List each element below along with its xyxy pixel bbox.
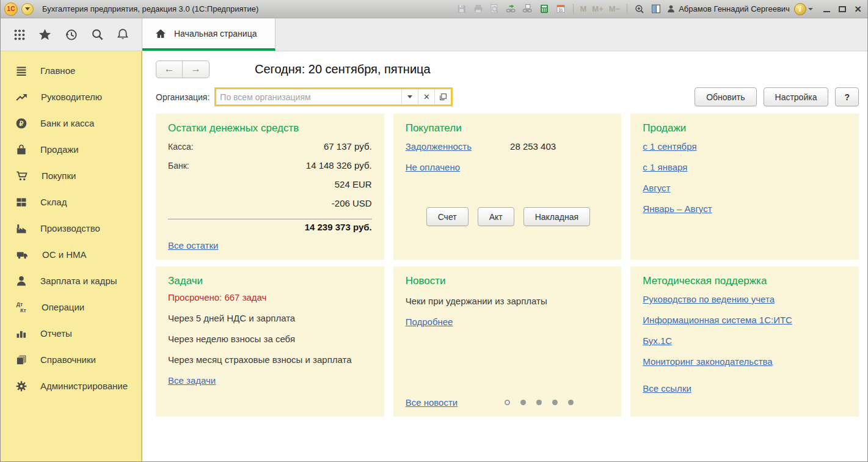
memory-m-minus-button[interactable]: M− <box>608 4 621 13</box>
nav-back-button[interactable]: ← <box>156 61 183 78</box>
print-preview-icon[interactable] <box>489 3 501 15</box>
split-view-icon[interactable] <box>650 3 662 15</box>
all-tasks-link[interactable]: Все задачи <box>168 375 216 386</box>
unpaid-link[interactable]: Не оплачено <box>406 162 460 172</box>
calendar-icon[interactable]: 31 <box>555 3 567 15</box>
panel-news: Новости Чеки при удержании из зарплаты П… <box>393 266 622 417</box>
pager-dot[interactable] <box>520 400 526 405</box>
sales-since-sep1-link[interactable]: с 1 сентября <box>643 141 847 152</box>
news-more-link[interactable]: Подробнее <box>406 317 610 327</box>
task-item: Через месяц страховые взносы и зарплата <box>168 354 372 365</box>
zoom-icon[interactable] <box>633 3 646 15</box>
home-page: ← → Сегодня: 20 сентября, пятница Органи… <box>142 51 867 461</box>
sidebar-item-manager[interactable]: Руководителю <box>1 84 141 110</box>
tab-label: Начальная страница <box>174 29 257 38</box>
tasks-overdue: Просрочено: 667 задач <box>168 292 372 302</box>
sidebar-item-reports[interactable]: Отчеты <box>1 320 141 346</box>
cash-total: 14 239 373 руб. <box>168 222 372 240</box>
pager-dot[interactable] <box>568 400 574 405</box>
factory-icon <box>15 222 27 235</box>
sales-jan-aug-link[interactable]: Январь – Август <box>643 204 847 214</box>
all-balances-link[interactable]: Все остатки <box>168 240 218 251</box>
panel-sales: Продажи с 1 сентября с 1 января Август Я… <box>630 114 859 260</box>
close-button[interactable]: × <box>855 5 861 13</box>
trend-icon <box>15 91 28 103</box>
books-icon <box>15 354 27 366</box>
window-title: Бухгалтерия предприятия, редакция 3.0 (1… <box>42 4 258 13</box>
pager-dot[interactable] <box>552 400 558 405</box>
svg-text:₽: ₽ <box>20 119 24 127</box>
print-icon[interactable] <box>472 3 484 15</box>
memory-m-plus-button[interactable]: M+ <box>591 4 604 13</box>
sidebar-item-sales[interactable]: Продажи <box>1 136 141 163</box>
tab-home-page[interactable]: Начальная страница <box>142 18 275 51</box>
info-button[interactable]: i <box>794 3 813 15</box>
sidebar-item-production[interactable]: Производство <box>1 215 141 241</box>
organization-input[interactable] <box>216 89 401 105</box>
law-monitoring-link[interactable]: Мониторинг законодательства <box>643 356 847 367</box>
organization-open-button[interactable] <box>434 89 451 105</box>
sales-august-link[interactable]: Август <box>643 183 847 193</box>
sidebar-item-warehouse[interactable]: Склад <box>1 189 141 215</box>
waybill-button[interactable]: Накладная <box>523 207 590 226</box>
go-to-link-icon[interactable] <box>505 3 517 15</box>
organization-clear-button[interactable]: ✕ <box>418 89 434 105</box>
app-window: 1С Бухгалтерия предприятия, редакция 3.0… <box>0 0 868 462</box>
search-icon[interactable] <box>90 28 104 42</box>
svg-text:Кт: Кт <box>20 307 26 314</box>
its-system-link[interactable]: Информационная система 1С:ИТС <box>643 315 847 325</box>
tab-bar: Начальная страница <box>1 18 867 51</box>
accounting-guide-link[interactable]: Руководство по ведению учета <box>643 294 847 304</box>
all-news-link[interactable]: Все новости <box>406 397 458 408</box>
bar-chart-icon <box>15 328 27 340</box>
save-icon[interactable] <box>456 3 468 15</box>
apps-grid-icon[interactable] <box>13 28 26 42</box>
sidebar-item-bank-cash[interactable]: ₽ Банк и касса <box>1 110 141 136</box>
invoice-button[interactable]: Счет <box>426 207 469 226</box>
cash-row-label: Касса: <box>168 142 194 152</box>
notifications-bell-icon[interactable] <box>116 28 129 42</box>
calculator-icon[interactable] <box>538 3 550 15</box>
history-icon[interactable] <box>64 28 78 42</box>
panel-title: Задачи <box>168 275 372 287</box>
copy-link-icon[interactable] <box>522 3 534 15</box>
refresh-button[interactable]: Обновить <box>695 87 756 106</box>
panel-tasks: Задачи Просрочено: 667 задач Через 5 дне… <box>156 266 384 417</box>
main-menu-dropdown-button[interactable] <box>21 3 34 15</box>
sidebar-item-operations[interactable]: ДтКт Операции <box>1 294 141 320</box>
task-item: Через неделю взносы за себя <box>168 334 372 344</box>
maximize-button[interactable] <box>839 6 846 12</box>
sidebar-item-payroll-hr[interactable]: Зарплата и кадры <box>1 268 141 294</box>
nav-forward-button[interactable]: → <box>183 61 209 78</box>
all-links-link[interactable]: Все ссылки <box>643 383 691 394</box>
debt-value: 28 253 403 <box>510 141 556 152</box>
panel-title: Методическая поддержка <box>643 275 847 287</box>
help-button[interactable]: ? <box>835 87 859 106</box>
buh1c-link[interactable]: Бух.1С <box>643 336 847 346</box>
minimize-button[interactable] <box>823 11 830 12</box>
pager-dot[interactable] <box>536 400 542 405</box>
settings-button[interactable]: Настройка <box>764 87 829 106</box>
act-button[interactable]: Акт <box>478 207 514 226</box>
task-item: Через 5 дней НДС и зарплата <box>168 313 372 323</box>
favorites-star-icon[interactable] <box>38 28 52 42</box>
user-name: Абрамов Геннадий Сергеевич <box>679 4 790 13</box>
ruble-icon: ₽ <box>15 117 27 130</box>
organization-label: Организация: <box>156 92 210 102</box>
sales-since-jan1-link[interactable]: с 1 января <box>643 162 847 172</box>
user-menu[interactable]: Абрамов Геннадий Сергеевич <box>666 4 790 13</box>
news-pager <box>505 400 574 405</box>
sidebar-item-directories[interactable]: Справочники <box>1 346 141 373</box>
today-heading: Сегодня: 20 сентября, пятница <box>255 62 431 76</box>
sidebar-item-main[interactable]: Главное <box>1 57 141 84</box>
memory-m-button[interactable]: M <box>580 4 588 13</box>
pager-dot-active[interactable] <box>505 400 510 405</box>
sidebar-item-administration[interactable]: Администрирование <box>1 373 141 399</box>
organization-dropdown-button[interactable] <box>401 89 418 105</box>
sidebar-item-fixed-assets[interactable]: ОС и НМА <box>1 241 141 268</box>
info-icon: i <box>794 3 806 15</box>
organization-field: ✕ <box>214 87 453 106</box>
debt-link[interactable]: Задолженность <box>406 141 472 152</box>
sidebar-item-purchases[interactable]: Покупки <box>1 163 141 189</box>
cash-row-value: 67 137 руб. <box>324 141 372 152</box>
